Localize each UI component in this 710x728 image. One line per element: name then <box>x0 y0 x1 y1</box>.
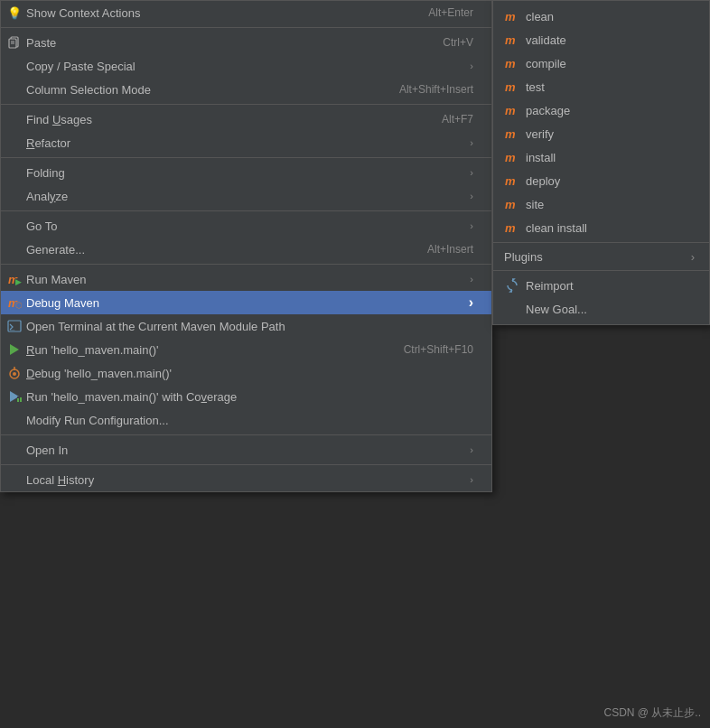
submenu-item-site[interactable]: m site <box>493 192 709 216</box>
chevron-right-icon: › <box>470 61 473 71</box>
submenu-item-install[interactable]: m install <box>493 145 709 169</box>
divider-7 <box>1 464 491 465</box>
divider-2 <box>1 104 491 105</box>
maven-icon-compile: m <box>504 55 520 71</box>
menu-item-local-history[interactable]: Local History › <box>1 468 491 491</box>
divider-5 <box>1 264 491 265</box>
submenu-label-install: install <box>526 151 556 164</box>
svg-text:m: m <box>505 57 516 70</box>
submenu-label-clean-install: clean install <box>526 221 587 235</box>
menu-item-show-context-actions[interactable]: 💡 Show Context Actions Alt+Enter <box>1 1 491 24</box>
menu-shortcut-paste: Ctrl+V <box>443 36 473 49</box>
chevron-right-icon-local-history: › <box>470 474 473 485</box>
menu-label-modify-run-config: Modify Run Configuration... <box>26 414 473 427</box>
svg-text:m: m <box>505 174 516 187</box>
menu-label-find-usages: Find Usages <box>26 113 406 126</box>
reimport-icon <box>504 277 520 294</box>
menu-label-open-terminal: Open Terminal at the Current Maven Modul… <box>26 320 473 333</box>
submenu-item-package[interactable]: m package <box>493 98 709 122</box>
chevron-right-icon-plugins: › <box>691 250 695 264</box>
svg-text:m: m <box>505 127 516 140</box>
maven-icon-verify: m <box>504 126 520 142</box>
menu-item-generate[interactable]: Generate... Alt+Insert <box>1 238 491 261</box>
context-menu: 💡 Show Context Actions Alt+Enter Paste C… <box>0 0 492 492</box>
menu-item-run-hello[interactable]: Run 'hello_maven.main()' Ctrl+Shift+F10 <box>1 338 491 361</box>
submenu-label-reimport: Reimport <box>526 279 574 293</box>
menu-item-copy-paste-special[interactable]: Copy / Paste Special › <box>1 54 491 78</box>
menu-item-find-usages[interactable]: Find Usages Alt+F7 <box>1 107 491 131</box>
menu-item-folding[interactable]: Folding › <box>1 161 491 184</box>
bulb-icon: 💡 <box>6 5 23 21</box>
menu-shortcut-find-usages: Alt+F7 <box>442 113 473 126</box>
submenu-item-compile[interactable]: m compile <box>493 51 709 75</box>
menu-item-refactor[interactable]: Refactor › <box>1 131 491 154</box>
menu-item-modify-run-config[interactable]: Modify Run Configuration... <box>1 408 491 432</box>
chevron-right-icon-debug-maven: › <box>469 294 473 311</box>
submenu-label-package: package <box>526 104 570 117</box>
menu-label-show-context-actions: Show Context Actions <box>26 6 392 20</box>
maven-icon-clean: m <box>504 8 520 24</box>
maven-icon-clean-install: m <box>504 219 520 236</box>
submenu-item-validate[interactable]: m validate <box>493 28 709 51</box>
menu-label-debug-hello: Debug 'hello_maven.main()' <box>26 367 473 380</box>
menu-item-run-coverage[interactable]: Run 'hello_maven.main()' with Coverage <box>1 385 491 408</box>
submenu-label-new-goal: New Goal... <box>526 303 587 316</box>
maven-icon-deploy: m <box>504 173 520 189</box>
svg-text:▶: ▶ <box>15 277 22 286</box>
submenu-label-compile: compile <box>526 57 566 70</box>
maven-icon-test: m <box>504 79 520 95</box>
menu-item-run-maven[interactable]: m ▶ Run Maven › <box>1 267 491 291</box>
menu-label-go-to: Go To <box>26 219 462 233</box>
menu-item-open-in[interactable]: Open In › <box>1 438 491 462</box>
divider-6 <box>1 434 491 435</box>
maven-icon-site: m <box>504 196 520 212</box>
menu-item-go-to[interactable]: Go To › <box>1 214 491 238</box>
svg-rect-18 <box>17 398 19 402</box>
svg-text:m: m <box>505 33 516 46</box>
submenu-item-deploy[interactable]: m deploy <box>493 169 709 192</box>
svg-text:m: m <box>505 104 516 117</box>
menu-item-open-terminal[interactable]: _ Open Terminal at the Current Maven Mod… <box>1 314 491 338</box>
svg-text:m: m <box>505 221 516 234</box>
menu-label-folding: Folding <box>26 166 462 180</box>
svg-marker-12 <box>10 344 19 355</box>
submenu-item-reimport[interactable]: Reimport <box>493 274 709 297</box>
svg-point-15 <box>13 372 16 376</box>
svg-text:m: m <box>505 80 516 93</box>
maven-icon-validate: m <box>504 32 520 48</box>
menu-item-debug-hello[interactable]: Debug 'hello_maven.main()' <box>1 361 491 385</box>
menu-item-column-selection-mode[interactable]: Column Selection Mode Alt+Shift+Insert <box>1 78 491 101</box>
menu-label-column-selection-mode: Column Selection Mode <box>26 83 363 97</box>
menu-item-debug-maven[interactable]: m ⬡ Debug Maven › <box>1 291 491 314</box>
submenu-item-plugins[interactable]: Plugins › <box>493 246 709 267</box>
submenu-debug-maven: m clean m validate m compile m test m pa… <box>492 0 710 325</box>
svg-text:m: m <box>505 10 516 23</box>
submenu-divider-1 <box>493 242 709 243</box>
chevron-right-icon-run-maven: › <box>470 274 473 285</box>
submenu-label-plugins: Plugins <box>504 250 543 264</box>
submenu-label-test: test <box>526 80 545 94</box>
submenu-item-new-goal[interactable]: New Goal... <box>493 297 709 321</box>
menu-item-paste[interactable]: Paste Ctrl+V <box>1 31 491 54</box>
svg-text:⬡: ⬡ <box>15 301 22 310</box>
run-icon <box>6 341 23 358</box>
submenu-item-verify[interactable]: m verify <box>493 122 709 145</box>
submenu-divider-2 <box>493 270 709 271</box>
menu-label-copy-paste-special: Copy / Paste Special <box>26 60 462 73</box>
svg-rect-19 <box>20 397 22 402</box>
chevron-right-icon-goto: › <box>470 220 473 231</box>
menu-shortcut-generate: Alt+Insert <box>427 243 473 256</box>
menu-item-analyze[interactable]: Analyze › <box>1 184 491 208</box>
paste-icon <box>6 34 23 51</box>
submenu-label-clean: clean <box>526 10 554 23</box>
submenu-item-clean[interactable]: m clean <box>493 5 709 28</box>
submenu-item-clean-install[interactable]: m clean install <box>493 216 709 239</box>
menu-label-run-maven: Run Maven <box>26 273 462 286</box>
menu-shortcut-show-context-actions: Alt+Enter <box>428 6 473 19</box>
maven-debug-icon: m ⬡ <box>6 294 23 311</box>
svg-text:m: m <box>505 198 516 210</box>
submenu-label-site: site <box>526 198 544 211</box>
menu-shortcut-run-hello: Ctrl+Shift+F10 <box>404 343 473 356</box>
maven-icon-package: m <box>504 102 520 118</box>
submenu-item-test[interactable]: m test <box>493 75 709 98</box>
